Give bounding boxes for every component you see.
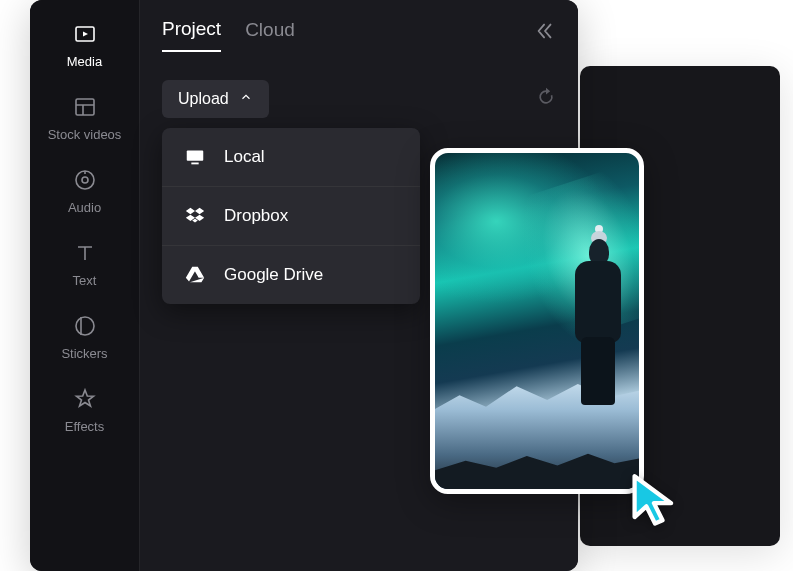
upload-dropdown: Local Dropbox Google Drive bbox=[162, 128, 420, 304]
sidebar-item-label: Stock videos bbox=[48, 127, 122, 142]
sidebar-item-label: Audio bbox=[68, 200, 101, 215]
tab-bar: Project Cloud bbox=[162, 18, 556, 52]
svg-rect-12 bbox=[191, 163, 198, 165]
sidebar-item-audio[interactable]: Audio bbox=[30, 166, 139, 215]
cursor-icon bbox=[628, 472, 682, 534]
sidebar-item-label: Stickers bbox=[61, 346, 107, 361]
upload-row: Upload bbox=[162, 80, 556, 118]
google-drive-icon bbox=[184, 264, 206, 286]
upload-button[interactable]: Upload bbox=[162, 80, 269, 118]
monitor-icon bbox=[184, 146, 206, 168]
upload-option-dropbox[interactable]: Dropbox bbox=[162, 187, 420, 246]
tab-project[interactable]: Project bbox=[162, 18, 221, 52]
stickers-icon bbox=[71, 312, 99, 340]
upload-button-label: Upload bbox=[178, 90, 229, 108]
svg-rect-1 bbox=[76, 99, 94, 115]
collapse-panel-button[interactable] bbox=[534, 20, 556, 46]
svg-point-9 bbox=[76, 317, 94, 335]
sidebar-item-label: Effects bbox=[65, 419, 105, 434]
effects-icon bbox=[71, 385, 99, 413]
upload-option-local[interactable]: Local bbox=[162, 128, 420, 187]
upload-option-google-drive[interactable]: Google Drive bbox=[162, 246, 420, 304]
sidebar-item-stock-videos[interactable]: Stock videos bbox=[30, 93, 139, 142]
stock-videos-icon bbox=[71, 93, 99, 121]
refresh-button[interactable] bbox=[536, 87, 556, 111]
dropbox-icon bbox=[184, 205, 206, 227]
sidebar-item-media[interactable]: Media bbox=[30, 20, 139, 69]
sidebar-item-text[interactable]: Text bbox=[30, 239, 139, 288]
upload-option-label: Google Drive bbox=[224, 265, 323, 285]
media-thumbnail[interactable] bbox=[430, 148, 644, 494]
tab-cloud[interactable]: Cloud bbox=[245, 19, 295, 51]
upload-option-label: Dropbox bbox=[224, 206, 288, 226]
thumbnail-decoration bbox=[567, 239, 627, 409]
sidebar-item-stickers[interactable]: Stickers bbox=[30, 312, 139, 361]
sidebar: Media Stock videos Audio Text Stickers bbox=[30, 0, 140, 571]
audio-icon bbox=[71, 166, 99, 194]
chevron-up-icon bbox=[239, 90, 253, 108]
text-icon bbox=[71, 239, 99, 267]
media-icon bbox=[71, 20, 99, 48]
svg-rect-11 bbox=[187, 151, 204, 161]
sidebar-item-effects[interactable]: Effects bbox=[30, 385, 139, 434]
upload-option-label: Local bbox=[224, 147, 265, 167]
sidebar-item-label: Text bbox=[73, 273, 97, 288]
sidebar-item-label: Media bbox=[67, 54, 102, 69]
svg-point-5 bbox=[82, 177, 88, 183]
